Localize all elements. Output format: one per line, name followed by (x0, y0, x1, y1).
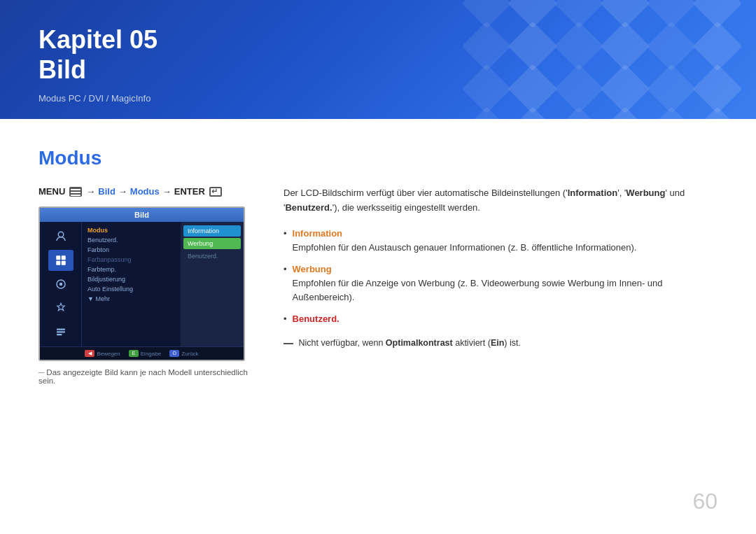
arrow3: → (162, 186, 172, 197)
screen-icon-2 (48, 250, 74, 271)
svg-rect-8 (57, 331, 65, 332)
screen-menu-item-bildjustierung: Bildjustierung (88, 274, 175, 284)
modus-link: Modus (130, 186, 160, 197)
menu-path: MENU → Bild → Modus → ENTER (38, 186, 255, 197)
page-number: 60 (692, 489, 718, 514)
svg-rect-4 (61, 261, 65, 265)
note-suffix: aktiviert ( (453, 338, 491, 348)
arrow2: → (118, 186, 127, 197)
bullet-information: • Information Empfohlen für den Austausc… (284, 228, 718, 255)
bullet-desc-information: Empfohlen für den Austausch genauer Info… (293, 241, 718, 255)
enter-label: ENTER (174, 186, 205, 197)
footer-key-blue: O (169, 350, 179, 357)
screen-option-benutzerd: Benutzerd. (183, 251, 241, 262)
screen-menu-item-farbton: Farbton (88, 245, 175, 255)
chapter-title: Kapitel 05 Bild (38, 24, 718, 85)
screen-options-panel: Information Werbung Benutzerd. (181, 222, 244, 346)
bullet-werbung: • Werbung Empfohlen für die Anzeige von … (284, 264, 718, 304)
note-dash (284, 343, 293, 344)
footer-item-zuruck: O Zurück (169, 350, 198, 357)
screen-caption: Das angezeigte Bild kann je nach Modell … (38, 368, 255, 385)
left-column: MENU → Bild → Modus → ENTER Bild (38, 186, 255, 385)
svg-rect-2 (61, 255, 65, 260)
menu-icon (69, 187, 82, 197)
footer-label-zuruck: Zurück (181, 351, 198, 357)
screen-menu-item-farbtemp: Farbtemp. (88, 265, 175, 274)
right-column: Der LCD-Bildschirm verfügt über vier aut… (284, 186, 718, 385)
screen-icon-1 (48, 226, 74, 247)
footer-label-eingabe: Eingabe (141, 351, 161, 357)
bullet-dot-1: • (284, 228, 287, 255)
svg-point-6 (59, 283, 62, 286)
note-bold2: Ein (491, 338, 504, 348)
screen-menu-item-modus: Modus (88, 225, 175, 235)
menu-label: MENU (38, 186, 65, 197)
screen-icon-4 (48, 297, 74, 318)
header-breadcrumb: Modus PC / DVI / MagicInfo (38, 93, 718, 104)
bullet-content-1: Information Empfohlen für den Austausch … (293, 228, 718, 255)
arrow1: → (86, 186, 95, 197)
screen-icon-5 (48, 321, 74, 342)
main-content: Modus MENU → Bild → Modus → ENTER Bild (0, 119, 756, 534)
screen-footer: ◀ Bewegen E Eingabe O Zurück (40, 346, 244, 360)
screen-menu-item-auto: Auto Einstellung (88, 284, 175, 294)
svg-rect-3 (56, 261, 60, 265)
bullet-content-2: Werbung Empfohlen für die Anzeige von We… (293, 264, 718, 304)
bullet-heading-benutzerd: Benutzerd. (293, 314, 718, 324)
svg-point-0 (58, 232, 64, 237)
screen-main-area: Modus Benutzerd. Farbton Farbanpassung F… (82, 222, 181, 346)
screen-option-information: Information (183, 225, 241, 237)
screen-menu-list: Modus Benutzerd. Farbton Farbanpassung F… (88, 225, 175, 304)
svg-rect-7 (57, 329, 65, 330)
screen-icon-3 (48, 274, 74, 295)
footer-key-green: E (129, 350, 139, 357)
content-columns: MENU → Bild → Modus → ENTER Bild (38, 186, 718, 385)
intro-text: Der LCD-Bildschirm verfügt über vier aut… (284, 186, 718, 216)
enter-icon (209, 187, 222, 197)
screen-sidebar (40, 222, 82, 346)
bullet-heading-werbung: Werbung (293, 264, 718, 274)
note-text: Nicht verfügbar, wenn Optimalkontrast ak… (284, 336, 718, 350)
note-prefix: Nicht verfügbar, wenn (298, 338, 385, 348)
footer-item-bewegen: ◀ Bewegen (85, 350, 120, 357)
footer-key-red: ◀ (85, 350, 94, 357)
footer-item-eingabe: E Eingabe (129, 350, 161, 357)
bullet-benutzerd: • Benutzerd. (284, 314, 718, 326)
note-bold: Optimalkontrast (386, 338, 453, 348)
screen-mockup: Bild (38, 206, 245, 361)
note-end: ) ist. (504, 338, 521, 348)
screen-menu-item-benutzerd: Benutzerd. (88, 235, 175, 245)
bullet-heading-information: Information (293, 228, 718, 239)
screen-option-werbung: Werbung (183, 238, 241, 249)
screen-title: Bild (40, 208, 244, 222)
screen-menu-item-farbanpassung: Farbanpassung (88, 255, 175, 265)
svg-rect-9 (57, 334, 62, 335)
section-title: Modus (38, 147, 718, 169)
footer-label-bewegen: Bewegen (97, 351, 120, 357)
bild-link: Bild (98, 186, 115, 197)
page-header: Kapitel 05 Bild Modus PC / DVI / MagicIn… (0, 0, 756, 119)
bullet-content-3: Benutzerd. (293, 314, 718, 326)
bullet-dot-3: • (284, 314, 287, 326)
bullet-desc-werbung: Empfohlen für die Anzeige von Werbung (z… (293, 276, 718, 304)
screen-body: Modus Benutzerd. Farbton Farbanpassung F… (40, 222, 244, 346)
screen-menu-item-mehr: ▼ Mehr (88, 294, 175, 304)
svg-rect-1 (56, 255, 60, 260)
bullet-dot-2: • (284, 264, 287, 304)
